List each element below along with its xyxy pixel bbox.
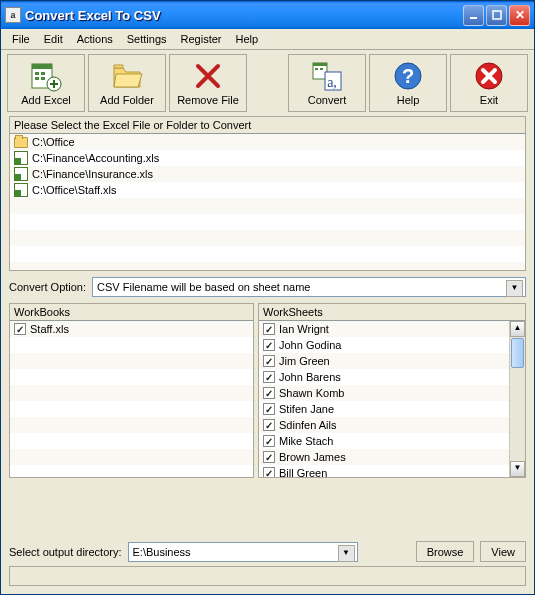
convert-button[interactable]: a, Convert [288,54,366,112]
remove-file-button[interactable]: Remove File [169,54,247,112]
worksheet-name: Brown James [279,451,346,463]
worksheet-row[interactable]: ✓Jim Green [259,353,509,369]
folder-icon [111,60,143,92]
output-directory-select[interactable]: E:\Business [128,542,358,562]
minimize-button[interactable] [463,5,484,26]
svg-rect-10 [313,63,327,66]
convert-label: Convert [308,94,347,106]
file-row[interactable] [10,246,525,262]
worksheet-row[interactable]: ✓Mike Stach [259,433,509,449]
file-row[interactable]: C:\Office [10,134,525,150]
file-list[interactable]: C:\OfficeC:\Finance\Accounting.xlsC:\Fin… [10,134,525,270]
worksheet-row[interactable]: ✓Bill Green [259,465,509,477]
help-button[interactable]: ? Help [369,54,447,112]
file-row[interactable] [10,198,525,214]
checkbox[interactable]: ✓ [263,387,275,399]
worksheets-header: WorkSheets [259,304,525,321]
workbook-row[interactable] [10,465,253,477]
worksheet-name: Shawn Komb [279,387,344,399]
workbook-row[interactable] [10,353,253,369]
worksheets-scrollbar[interactable]: ▲ ▼ [509,321,525,477]
menu-help[interactable]: Help [229,31,266,47]
worksheet-name: Jim Green [279,355,330,367]
checkbox[interactable]: ✓ [263,451,275,463]
file-path: C:\Office [32,136,75,148]
convert-option-row: Convert Option: CSV Filename will be bas… [9,277,526,297]
checkbox[interactable]: ✓ [14,323,26,335]
scroll-up-button[interactable]: ▲ [510,321,525,337]
bottom-panel: Select output directory: E:\Business Bro… [1,537,534,594]
workbooks-list[interactable]: ✓Staff.xls [10,321,253,477]
checkbox[interactable]: ✓ [263,355,275,367]
file-row[interactable] [10,262,525,270]
scroll-thumb[interactable] [511,338,524,368]
worksheet-row[interactable]: ✓John Barens [259,369,509,385]
workbook-row[interactable] [10,337,253,353]
svg-rect-3 [32,64,52,69]
checkbox[interactable]: ✓ [263,467,275,477]
help-icon: ? [392,60,424,92]
worksheets-pane: WorkSheets ✓Ian Wrignt✓John Godina✓Jim G… [258,303,526,478]
worksheet-row[interactable]: ✓Sdinfen Ails [259,417,509,433]
menu-register[interactable]: Register [174,31,229,47]
worksheet-row[interactable]: ✓Shawn Komb [259,385,509,401]
file-row[interactable]: C:\Office\Staff.xls [10,182,525,198]
worksheet-name: Sdinfen Ails [279,419,336,431]
workbook-row[interactable] [10,401,253,417]
worksheet-row[interactable]: ✓John Godina [259,337,509,353]
output-label: Select output directory: [9,546,122,558]
file-row[interactable]: C:\Finance\Accounting.xls [10,150,525,166]
workbook-row[interactable] [10,449,253,465]
worksheet-row[interactable]: ✓Stifen Jane [259,401,509,417]
exit-icon [473,60,505,92]
exit-button[interactable]: Exit [450,54,528,112]
xls-icon [14,167,28,181]
menu-actions[interactable]: Actions [70,31,120,47]
workbook-row[interactable] [10,433,253,449]
file-path: C:\Finance\Insurance.xls [32,168,153,180]
svg-rect-12 [320,68,323,70]
workbook-row[interactable]: ✓Staff.xls [10,321,253,337]
file-row[interactable] [10,230,525,246]
menu-edit[interactable]: Edit [37,31,70,47]
menu-settings[interactable]: Settings [120,31,174,47]
add-excel-button[interactable]: Add Excel [7,54,85,112]
workbook-worksheet-split: WorkBooks ✓Staff.xls WorkSheets ✓Ian Wri… [9,303,526,478]
file-list-panel: Please Select the Excel File or Folder t… [9,116,526,271]
workbooks-pane: WorkBooks ✓Staff.xls [9,303,254,478]
svg-text:a,: a, [327,75,337,90]
workbook-row[interactable] [10,369,253,385]
checkbox[interactable]: ✓ [263,403,275,415]
scroll-down-button[interactable]: ▼ [510,461,525,477]
worksheet-row[interactable]: ✓Ian Wrignt [259,321,509,337]
status-bar [9,566,526,586]
window-title: Convert Excel To CSV [25,8,461,23]
file-row[interactable]: C:\Finance\Insurance.xls [10,166,525,182]
convert-option-value: CSV Filename will be based on sheet name [97,281,310,293]
browse-button[interactable]: Browse [416,541,475,562]
worksheets-list[interactable]: ✓Ian Wrignt✓John Godina✓Jim Green✓John B… [259,321,509,477]
worksheet-row[interactable]: ✓Brown James [259,449,509,465]
checkbox[interactable]: ✓ [263,323,275,335]
checkbox[interactable]: ✓ [263,419,275,431]
output-directory-value: E:\Business [133,546,191,558]
output-row: Select output directory: E:\Business Bro… [9,541,526,562]
checkbox[interactable]: ✓ [263,435,275,447]
convert-option-select[interactable]: CSV Filename will be based on sheet name [92,277,526,297]
add-folder-button[interactable]: Add Folder [88,54,166,112]
workbook-row[interactable] [10,385,253,401]
checkbox[interactable]: ✓ [263,371,275,383]
worksheet-name: John Barens [279,371,341,383]
titlebar[interactable]: a Convert Excel To CSV ✕ [1,1,534,29]
worksheet-name: Bill Green [279,467,327,477]
menu-file[interactable]: File [5,31,37,47]
file-row[interactable] [10,214,525,230]
workbook-row[interactable] [10,417,253,433]
maximize-button[interactable] [486,5,507,26]
app-icon: a [5,7,21,23]
checkbox[interactable]: ✓ [263,339,275,351]
close-button[interactable]: ✕ [509,5,530,26]
view-button[interactable]: View [480,541,526,562]
convert-icon: a, [311,60,343,92]
exit-label: Exit [480,94,498,106]
